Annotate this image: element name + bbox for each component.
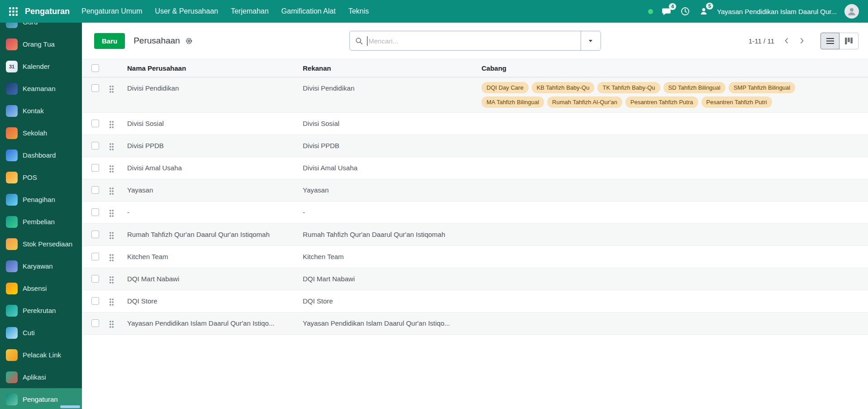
table-row[interactable]: Divisi PendidikanDivisi PendidikanDQI Da… [82,77,868,113]
sidebar-item-absensi[interactable]: Absensi [0,277,82,299]
apps-menu-button[interactable] [7,5,19,18]
row-checkbox[interactable] [91,120,99,127]
cabang-tag: Pesantren Tahfizh Putri [701,96,772,108]
topbar-menu-item[interactable]: Pengaturan Umum [81,7,142,15]
table-row[interactable]: Yayasan Pendidikan Islam Daarul Qur'an I… [82,313,868,335]
table-row[interactable]: Divisi Amal UsahaDivisi Amal Usaha [82,157,868,179]
drag-handle-icon[interactable] [109,165,114,173]
sidebar-item-label: Pelacak Link [23,351,61,359]
row-checkbox[interactable] [91,297,99,305]
cell-nama-perusahaan: Divisi Amal Usaha [124,157,299,179]
row-checkbox[interactable] [91,84,99,92]
drag-handle-icon[interactable] [109,209,114,217]
row-checkbox[interactable] [91,164,99,172]
cell-rekanan: Yayasan [299,179,478,202]
row-checkbox[interactable] [91,319,99,327]
table-row[interactable]: -- [82,202,868,224]
sidebar-item-cuti[interactable]: Cuti [0,322,82,344]
sidebar-item-aplikasi[interactable]: Aplikasi [0,366,82,388]
row-checkbox[interactable] [91,253,99,260]
column-header-nama-perusahaan[interactable]: Nama Perusahaan [124,59,299,77]
sidebar-item-karyawan[interactable]: Karyawan [0,255,82,277]
table-row[interactable]: Divisi PPDBDivisi PPDB [82,135,868,157]
drag-handle-icon[interactable] [109,143,114,150]
sidebar-item-label: Sekolah [23,129,47,137]
table-row[interactable]: Rumah Tahfizh Qur'an Daarul Qur'an Istiq… [82,224,868,246]
stok-persediaan-icon [6,238,18,250]
sidebar-item-guru[interactable]: Guru [0,23,82,33]
new-button[interactable]: Baru [94,33,125,49]
sidebar-item-perekrutan[interactable]: Perekrutan [0,299,82,322]
sidebar-item-sekolah[interactable]: Sekolah [0,122,82,144]
drag-handle-icon[interactable] [109,254,114,261]
drag-handle-icon[interactable] [109,187,114,195]
topbar-right: 4 5 Yayasan Pendidikan Islam Daarul Qur.… [648,4,859,19]
topbar-menu-item[interactable]: Terjemahan [231,7,269,15]
column-header-rekanan[interactable]: Rekanan [299,59,478,77]
row-checkbox[interactable] [91,231,99,238]
cell-rekanan: DQI Store [299,290,478,313]
topbar-menu-item[interactable]: Gamification Alat [281,7,336,15]
kontak-icon [6,105,18,117]
company-switcher[interactable]: Yayasan Pendidikan Islam Daarul Qur... [717,8,837,15]
sidebar-item-kalender[interactable]: 31Kalender [0,55,82,77]
row-checkbox[interactable] [91,186,99,194]
cuti-icon [6,327,18,339]
sidebar-item-label: Cuti [23,329,35,337]
sekolah-icon [6,127,18,139]
cabang-tag: TK Tahfizh Baby-Qu [597,82,660,93]
user-avatar[interactable] [844,4,859,19]
notifications-badge: 5 [706,3,713,10]
sidebar-item-pembelian[interactable]: Pembelian [0,211,82,233]
notifications-button[interactable]: 5 [698,6,709,17]
pager-next-button[interactable] [794,33,810,48]
table-row[interactable]: DQI Mart NabawiDQI Mart Nabawi [82,268,868,290]
pengaturan-icon [6,394,18,405]
sidebar-item-keamanan[interactable]: Keamanan [0,77,82,100]
sidebar-item-kontak[interactable]: Kontak [0,100,82,122]
table-row[interactable]: DQI StoreDQI Store [82,290,868,313]
activities-button[interactable] [680,6,691,17]
cell-nama-perusahaan: Divisi Sosial [124,113,299,135]
table-row[interactable]: Kitchen TeamKitchen Team [82,246,868,268]
table-row[interactable]: Divisi SosialDivisi Sosial [82,113,868,135]
sidebar-item-pelacak-link[interactable]: Pelacak Link [0,344,82,366]
drag-handle-icon[interactable] [109,298,114,306]
app-title[interactable]: Pengaturan [25,7,70,16]
drag-handle-icon[interactable] [109,276,114,284]
sidebar-item-label: Perekrutan [23,307,56,314]
cell-cabang [478,179,868,202]
drag-handle-icon[interactable] [109,120,114,128]
drag-handle-icon[interactable] [109,231,114,239]
row-checkbox[interactable] [91,275,99,283]
search-dropdown-toggle[interactable] [581,31,601,50]
sidebar-item-label: Orang Tua [23,40,55,48]
sidebar-item-stok-persediaan[interactable]: Stok Persediaan [0,233,82,255]
pager-prev-button[interactable] [779,33,794,48]
sidebar-item-penagihan[interactable]: Penagihan [0,188,82,211]
action-gear-button[interactable] [184,36,194,46]
sidebar-item-pos[interactable]: POS [0,166,82,188]
row-checkbox[interactable] [91,208,99,216]
sidebar: GuruOrang Tua31KalenderKeamananKontakSek… [0,23,82,409]
topbar-menu-item[interactable]: User & Perusahaan [155,7,218,15]
search-input[interactable] [368,31,581,50]
sidebar-scrollbar-thumb[interactable] [60,405,80,408]
sidebar-item-orang-tua[interactable]: Orang Tua [0,33,82,55]
page-title: Perusahaan [134,36,180,46]
list-view-button[interactable] [820,33,839,49]
sidebar-item-label: Stok Persediaan [23,240,72,248]
messages-button[interactable]: 4 [661,6,672,17]
table-row[interactable]: YayasanYayasan [82,179,868,202]
kanban-view-button[interactable] [839,33,858,49]
topbar-menu-item[interactable]: Teknis [348,7,369,15]
pager-range: 1-11 / 11 [749,37,774,45]
drag-handle-icon[interactable] [109,320,114,328]
row-checkbox[interactable] [91,142,99,149]
sidebar-item-label: Kalender [23,63,50,70]
column-header-cabang[interactable]: Cabang [478,59,868,77]
sidebar-item-dashboard[interactable]: Dashboard [0,144,82,166]
chevron-down-icon [589,40,592,42]
drag-handle-icon[interactable] [109,85,114,93]
select-all-checkbox[interactable] [91,64,99,72]
